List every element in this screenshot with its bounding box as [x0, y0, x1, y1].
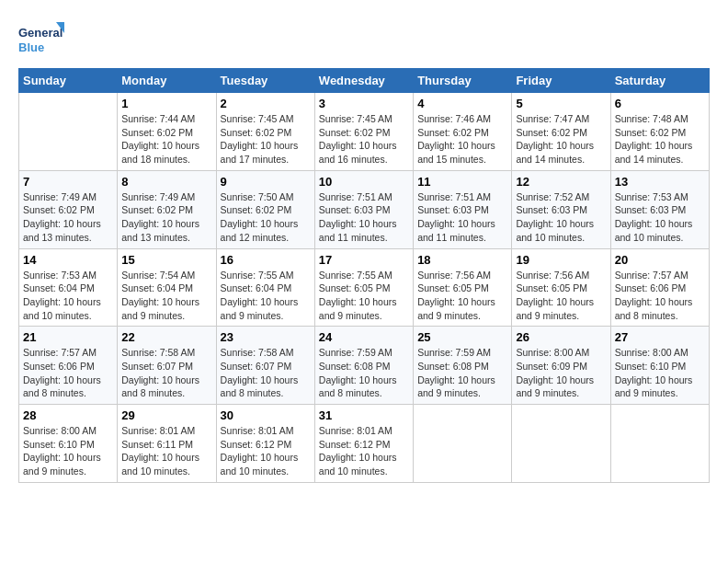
calendar-day-cell: 31Sunrise: 8:01 AMSunset: 6:12 PMDayligh…	[314, 405, 413, 483]
day-info: Sunrise: 7:56 AMSunset: 6:05 PMDaylight:…	[516, 269, 606, 323]
day-number: 28	[23, 408, 113, 422]
weekday-header-tuesday: Tuesday	[216, 69, 314, 93]
weekday-header-thursday: Thursday	[414, 69, 512, 93]
calendar-week-row: 14Sunrise: 7:53 AMSunset: 6:04 PMDayligh…	[19, 248, 710, 327]
day-info: Sunrise: 7:52 AMSunset: 6:03 PMDaylight:…	[516, 190, 606, 245]
day-number: 11	[417, 175, 507, 189]
day-info: Sunrise: 7:50 AMSunset: 6:02 PMDaylight:…	[221, 190, 311, 245]
calendar-day-cell: 22Sunrise: 7:58 AMSunset: 6:07 PMDayligh…	[118, 327, 216, 405]
calendar-day-cell: 1Sunrise: 7:44 AMSunset: 6:02 PMDaylight…	[118, 93, 216, 171]
day-number: 27	[615, 330, 705, 344]
day-info: Sunrise: 7:59 AMSunset: 6:08 PMDaylight:…	[319, 346, 409, 400]
calendar-day-cell: 16Sunrise: 7:55 AMSunset: 6:04 PMDayligh…	[216, 248, 314, 327]
weekday-header-wednesday: Wednesday	[314, 69, 413, 93]
day-info: Sunrise: 7:53 AMSunset: 6:03 PMDaylight:…	[615, 190, 705, 245]
calendar-week-row: 21Sunrise: 7:57 AMSunset: 6:06 PMDayligh…	[19, 327, 710, 405]
day-number: 25	[417, 330, 507, 344]
day-info: Sunrise: 8:01 AMSunset: 6:12 PMDaylight:…	[221, 424, 311, 478]
calendar-day-cell: 5Sunrise: 7:47 AMSunset: 6:02 PMDaylight…	[512, 93, 610, 171]
day-number: 17	[319, 253, 409, 267]
day-number: 1	[121, 97, 211, 110]
logo: General Blue	[18, 18, 64, 59]
svg-text:Blue: Blue	[18, 40, 44, 54]
calendar-day-cell: 21Sunrise: 7:57 AMSunset: 6:06 PMDayligh…	[19, 327, 118, 405]
day-number: 8	[121, 175, 211, 189]
day-info: Sunrise: 8:01 AMSunset: 6:11 PMDaylight:…	[121, 424, 211, 478]
calendar-day-cell: 12Sunrise: 7:52 AMSunset: 6:03 PMDayligh…	[512, 170, 610, 248]
day-info: Sunrise: 8:00 AMSunset: 6:10 PMDaylight:…	[23, 424, 113, 478]
day-number: 14	[23, 253, 113, 267]
day-info: Sunrise: 7:49 AMSunset: 6:02 PMDaylight:…	[121, 190, 211, 245]
calendar-day-cell: 6Sunrise: 7:48 AMSunset: 6:02 PMDaylight…	[610, 93, 709, 171]
day-info: Sunrise: 7:56 AMSunset: 6:05 PMDaylight:…	[417, 269, 507, 323]
weekday-header-row: SundayMondayTuesdayWednesdayThursdayFrid…	[19, 69, 710, 93]
calendar-day-cell: 24Sunrise: 7:59 AMSunset: 6:08 PMDayligh…	[314, 327, 413, 405]
day-number: 31	[319, 408, 409, 422]
calendar-day-cell: 18Sunrise: 7:56 AMSunset: 6:05 PMDayligh…	[414, 248, 512, 327]
day-info: Sunrise: 7:54 AMSunset: 6:04 PMDaylight:…	[121, 269, 211, 323]
calendar-day-cell: 29Sunrise: 8:01 AMSunset: 6:11 PMDayligh…	[118, 405, 216, 483]
day-number: 12	[516, 175, 606, 189]
day-info: Sunrise: 7:46 AMSunset: 6:02 PMDaylight:…	[417, 112, 507, 167]
calendar-day-cell: 25Sunrise: 7:59 AMSunset: 6:08 PMDayligh…	[414, 327, 512, 405]
day-info: Sunrise: 7:55 AMSunset: 6:04 PMDaylight:…	[221, 269, 311, 323]
svg-text:General: General	[18, 26, 63, 40]
day-info: Sunrise: 7:55 AMSunset: 6:05 PMDaylight:…	[319, 269, 409, 323]
day-number: 4	[417, 97, 507, 110]
page-header: General Blue	[18, 18, 710, 59]
weekday-header-sunday: Sunday	[19, 69, 118, 93]
day-info: Sunrise: 7:51 AMSunset: 6:03 PMDaylight:…	[319, 190, 409, 245]
day-number: 29	[121, 408, 211, 422]
weekday-header-friday: Friday	[512, 69, 610, 93]
day-number: 20	[615, 253, 705, 267]
calendar-day-cell: 23Sunrise: 7:58 AMSunset: 6:07 PMDayligh…	[216, 327, 314, 405]
day-number: 15	[121, 253, 211, 267]
day-number: 2	[221, 97, 311, 110]
day-info: Sunrise: 7:53 AMSunset: 6:04 PMDaylight:…	[23, 269, 113, 323]
calendar-day-cell: 14Sunrise: 7:53 AMSunset: 6:04 PMDayligh…	[19, 248, 118, 327]
day-info: Sunrise: 7:51 AMSunset: 6:03 PMDaylight:…	[417, 190, 507, 245]
day-info: Sunrise: 7:49 AMSunset: 6:02 PMDaylight:…	[23, 190, 113, 245]
day-info: Sunrise: 7:48 AMSunset: 6:02 PMDaylight:…	[615, 112, 705, 167]
day-number: 30	[221, 408, 311, 422]
calendar-day-cell: 10Sunrise: 7:51 AMSunset: 6:03 PMDayligh…	[314, 170, 413, 248]
day-info: Sunrise: 7:45 AMSunset: 6:02 PMDaylight:…	[221, 112, 311, 167]
weekday-header-monday: Monday	[118, 69, 216, 93]
day-number: 19	[516, 253, 606, 267]
day-info: Sunrise: 7:47 AMSunset: 6:02 PMDaylight:…	[516, 112, 606, 167]
day-number: 22	[121, 330, 211, 344]
day-number: 7	[23, 175, 113, 189]
calendar-day-cell: 15Sunrise: 7:54 AMSunset: 6:04 PMDayligh…	[118, 248, 216, 327]
calendar-day-cell: 26Sunrise: 8:00 AMSunset: 6:09 PMDayligh…	[512, 327, 610, 405]
calendar-day-cell: 3Sunrise: 7:45 AMSunset: 6:02 PMDaylight…	[314, 93, 413, 171]
day-number: 24	[319, 330, 409, 344]
calendar-day-cell: 7Sunrise: 7:49 AMSunset: 6:02 PMDaylight…	[19, 170, 118, 248]
day-number: 23	[221, 330, 311, 344]
day-info: Sunrise: 7:58 AMSunset: 6:07 PMDaylight:…	[121, 346, 211, 400]
day-number: 18	[417, 253, 507, 267]
calendar-day-cell: 20Sunrise: 7:57 AMSunset: 6:06 PMDayligh…	[610, 248, 709, 327]
calendar-day-cell: 11Sunrise: 7:51 AMSunset: 6:03 PMDayligh…	[414, 170, 512, 248]
day-info: Sunrise: 8:01 AMSunset: 6:12 PMDaylight:…	[319, 424, 409, 478]
calendar-day-cell: 2Sunrise: 7:45 AMSunset: 6:02 PMDaylight…	[216, 93, 314, 171]
day-number: 9	[221, 175, 311, 189]
calendar-day-cell: 30Sunrise: 8:01 AMSunset: 6:12 PMDayligh…	[216, 405, 314, 483]
calendar-week-row: 28Sunrise: 8:00 AMSunset: 6:10 PMDayligh…	[19, 405, 710, 483]
day-number: 6	[615, 97, 705, 110]
calendar-day-cell	[610, 405, 709, 483]
day-info: Sunrise: 7:45 AMSunset: 6:02 PMDaylight:…	[319, 112, 409, 167]
day-number: 26	[516, 330, 606, 344]
calendar-day-cell: 9Sunrise: 7:50 AMSunset: 6:02 PMDaylight…	[216, 170, 314, 248]
calendar-day-cell: 13Sunrise: 7:53 AMSunset: 6:03 PMDayligh…	[610, 170, 709, 248]
day-number: 10	[319, 175, 409, 189]
calendar-day-cell: 8Sunrise: 7:49 AMSunset: 6:02 PMDaylight…	[118, 170, 216, 248]
calendar-day-cell: 19Sunrise: 7:56 AMSunset: 6:05 PMDayligh…	[512, 248, 610, 327]
weekday-header-saturday: Saturday	[610, 69, 709, 93]
logo-svg: General Blue	[18, 18, 64, 59]
day-number: 13	[615, 175, 705, 189]
day-info: Sunrise: 7:58 AMSunset: 6:07 PMDaylight:…	[221, 346, 311, 400]
day-info: Sunrise: 8:00 AMSunset: 6:10 PMDaylight:…	[615, 346, 705, 400]
day-info: Sunrise: 7:57 AMSunset: 6:06 PMDaylight:…	[23, 346, 113, 400]
calendar-week-row: 7Sunrise: 7:49 AMSunset: 6:02 PMDaylight…	[19, 170, 710, 248]
calendar-day-cell: 17Sunrise: 7:55 AMSunset: 6:05 PMDayligh…	[314, 248, 413, 327]
